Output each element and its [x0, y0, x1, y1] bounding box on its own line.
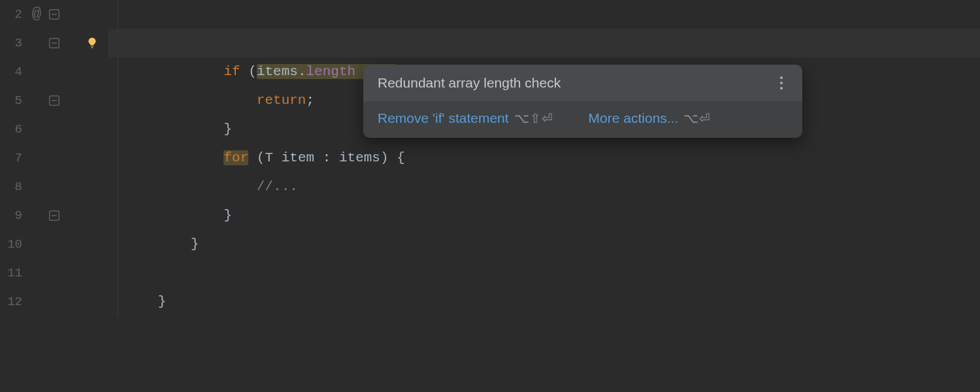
- gutter-fold: [46, 0, 65, 392]
- line-number: 8: [0, 172, 22, 201]
- line-number: 5: [0, 86, 22, 115]
- code-line[interactable]: [108, 287, 980, 316]
- more-options-icon[interactable]: [775, 75, 788, 91]
- fold-toggle-icon[interactable]: [48, 37, 60, 49]
- line-number: 10: [0, 230, 22, 259]
- line-number: 6: [0, 115, 22, 144]
- line-number: 4: [0, 57, 22, 86]
- quickfix-remove-if[interactable]: Remove 'if' statement: [378, 110, 509, 126]
- intention-bulb-icon[interactable]: [85, 36, 99, 50]
- code-line[interactable]: <T> void iterate(T[] items) {: [108, 0, 980, 29]
- inspection-popup: Redundant array length check Remove 'if'…: [363, 65, 802, 138]
- gutter-line-numbers: 2 3 4 5 6 7 8 9 10 11 12: [0, 0, 27, 392]
- code-area[interactable]: <T> void iterate(T[] items) { if (items.…: [108, 0, 980, 392]
- more-actions-link[interactable]: More actions...: [589, 110, 679, 126]
- fold-end-icon[interactable]: [48, 95, 60, 106]
- code-line[interactable]: }: [108, 259, 980, 287]
- gutter-annotations: @: [27, 0, 46, 392]
- gutter-markers: [65, 0, 108, 392]
- popup-header: Redundant array length check: [363, 65, 802, 101]
- shortcut-hint: ⌥⇧⏎: [514, 110, 553, 126]
- inspection-title: Redundant array length check: [378, 75, 561, 91]
- code-editor[interactable]: 2 3 4 5 6 7 8 9 10 11 12 @: [0, 0, 980, 392]
- svg-rect-9: [91, 47, 93, 48]
- line-number: 3: [0, 29, 22, 57]
- line-number: 2: [0, 0, 22, 29]
- fold-end-icon[interactable]: [48, 210, 60, 221]
- code-line[interactable]: }: [108, 172, 980, 201]
- code-line[interactable]: [108, 230, 980, 259]
- line-number: 12: [0, 287, 22, 316]
- fold-toggle-icon[interactable]: [48, 8, 60, 20]
- popup-body: Remove 'if' statement ⌥⇧⏎ More actions..…: [363, 101, 802, 138]
- line-number: 11: [0, 259, 22, 287]
- line-number: 9: [0, 201, 22, 230]
- code-line[interactable]: }: [108, 201, 980, 230]
- code-line[interactable]: //...: [108, 144, 980, 172]
- svg-rect-8: [91, 46, 94, 46]
- annotation-at-icon[interactable]: @: [27, 0, 46, 29]
- line-number: 7: [0, 144, 22, 172]
- code-line-current[interactable]: if (items.length == 0) {: [108, 29, 980, 57]
- shortcut-hint: ⌥⏎: [683, 110, 711, 126]
